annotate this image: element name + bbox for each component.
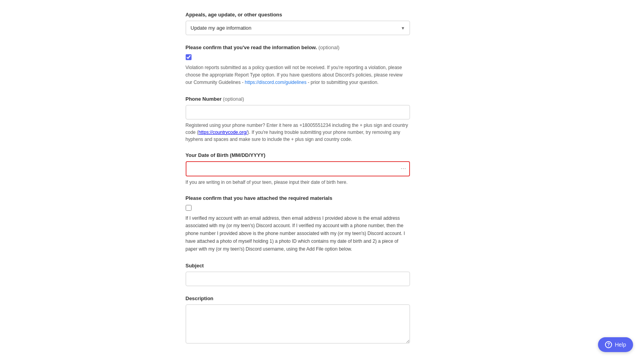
category-label: Appeals, age update, or other questions [186,12,459,18]
phone-optional: (optional) [223,96,244,102]
subject-section: Subject [186,263,459,286]
confirm-read-section: Please confirm that you've read the info… [186,44,459,87]
category-select[interactable]: Update my age informationAppealsOther qu… [186,21,410,35]
confirm-read-label: Please confirm that you've read the info… [186,44,459,50]
confirm-read-checkbox[interactable] [186,54,192,60]
phone-hint-text: Registered using your phone number? Ente… [186,122,410,143]
description-label: Description [186,295,459,301]
help-icon: ? [605,341,612,348]
guidelines-link[interactable]: https://discord.com/guidelines [245,80,307,85]
help-button[interactable]: ? Help [598,337,633,352]
materials-text: If I verified my account with an email a… [186,215,410,253]
dob-hint-text: If you are writing in on behalf of your … [186,179,410,186]
materials-label: Please confirm that you have attached th… [186,195,459,201]
phone-label: Phone Number (optional) [186,96,459,102]
description-section: Description [186,295,459,343]
dob-section: Your Date of Birth (MM/DD/YYYY) ⋯ If you… [186,152,459,186]
dob-label: Your Date of Birth (MM/DD/YYYY) [186,152,459,158]
phone-section: Phone Number (optional) Registered using… [186,96,459,143]
dob-input[interactable] [186,161,410,176]
subject-label: Subject [186,263,459,269]
materials-checkbox-row [186,204,459,211]
violation-notice-text: Violation reports submitted as a policy … [186,64,410,87]
description-textarea[interactable] [186,304,410,343]
help-label: Help [615,342,626,348]
category-section: Appeals, age update, or other questions … [186,12,459,35]
page-container: Appeals, age update, or other questions … [170,0,474,363]
phone-input[interactable] [186,105,410,119]
countrycode-link[interactable]: https://countrycode.org/ [199,130,247,135]
dob-input-wrapper: ⋯ [186,161,410,176]
confirm-read-checkbox-row [186,53,459,60]
materials-section: Please confirm that you have attached th… [186,195,459,253]
subject-input[interactable] [186,272,410,286]
confirm-read-optional: (optional) [318,44,339,50]
category-select-wrapper: Update my age informationAppealsOther qu… [186,21,410,35]
materials-checkbox[interactable] [186,205,192,211]
